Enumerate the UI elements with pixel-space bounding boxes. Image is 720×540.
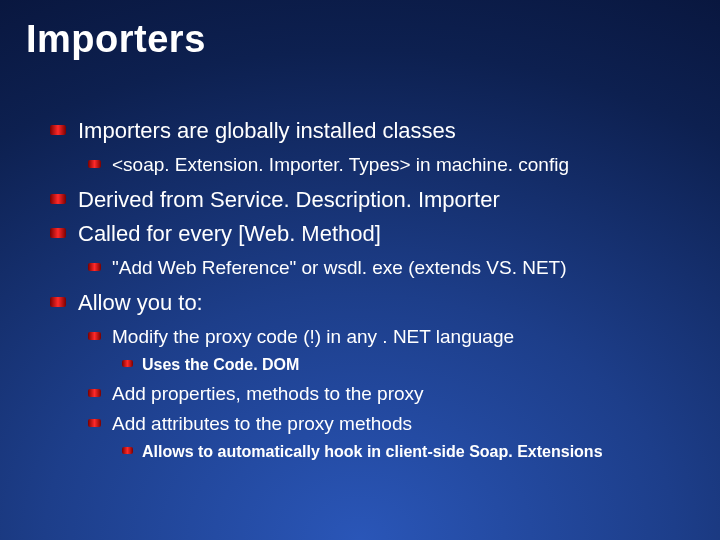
- bullet-icon: [50, 297, 66, 307]
- bullet-item: Called for every [Web. Method] "Add Web …: [50, 219, 680, 280]
- bullet-icon: [122, 360, 133, 367]
- bullet-item: Modify the proxy code (!) in any . NET l…: [88, 324, 680, 375]
- bullet-text: Add attributes to the proxy methods: [112, 413, 412, 434]
- bullet-icon: [88, 160, 101, 168]
- slide-title: Importers: [0, 0, 720, 61]
- bullet-text: Importers are globally installed classes: [78, 118, 456, 143]
- bullet-icon: [50, 125, 66, 135]
- bullet-item: <soap. Extension. Importer. Types> in ma…: [88, 152, 680, 178]
- bullet-item: Allow you to: Modify the proxy code (!) …: [50, 288, 680, 462]
- bullet-item: Add properties, methods to the proxy: [88, 381, 680, 407]
- bullet-icon: [50, 194, 66, 204]
- bullet-icon: [88, 389, 101, 397]
- bullet-item: Add attributes to the proxy methods Allo…: [88, 411, 680, 462]
- bullet-icon: [122, 447, 133, 454]
- bullet-text: Modify the proxy code (!) in any . NET l…: [112, 326, 514, 347]
- bullet-item: Uses the Code. DOM: [122, 354, 680, 376]
- bullet-item: Derived from Service. Description. Impor…: [50, 185, 680, 215]
- bullet-item: Importers are globally installed classes…: [50, 116, 680, 177]
- slide-content: Importers are globally installed classes…: [0, 61, 720, 462]
- bullet-text: Add properties, methods to the proxy: [112, 383, 424, 404]
- bullet-icon: [88, 332, 101, 340]
- bullet-text: Uses the Code. DOM: [142, 356, 299, 373]
- bullet-text: <soap. Extension. Importer. Types> in ma…: [112, 154, 569, 175]
- bullet-icon: [50, 228, 66, 238]
- bullet-text: "Add Web Reference" or wsdl. exe (extend…: [112, 257, 567, 278]
- bullet-text: Allows to automatically hook in client-s…: [142, 443, 603, 460]
- bullet-item: "Add Web Reference" or wsdl. exe (extend…: [88, 255, 680, 281]
- bullet-item: Allows to automatically hook in client-s…: [122, 441, 680, 463]
- bullet-text: Called for every [Web. Method]: [78, 221, 381, 246]
- bullet-text: Derived from Service. Description. Impor…: [78, 187, 500, 212]
- bullet-text: Allow you to:: [78, 290, 203, 315]
- bullet-icon: [88, 263, 101, 271]
- bullet-icon: [88, 419, 101, 427]
